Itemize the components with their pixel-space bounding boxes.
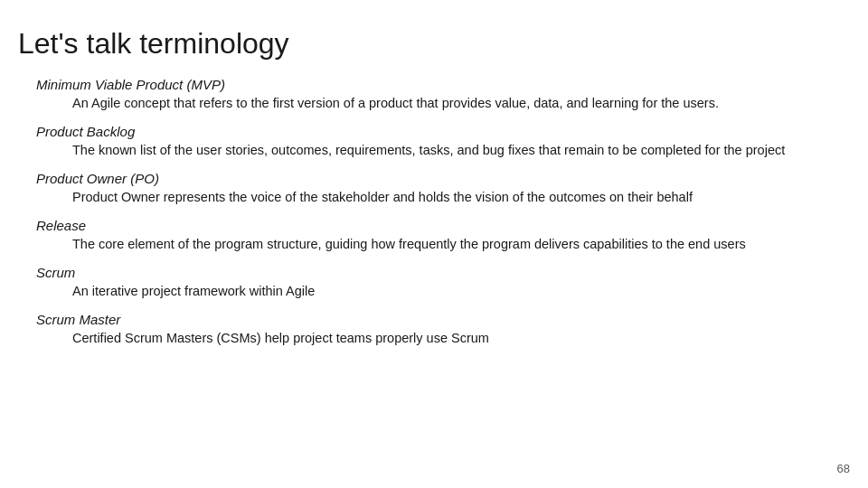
term-section-2: Product Owner (PO)Product Owner represen… [18, 171, 832, 207]
term-description-2: Product Owner represents the voice of th… [18, 188, 832, 207]
term-description-4: An iterative project framework within Ag… [18, 282, 832, 301]
term-description-3: The core element of the program structur… [18, 235, 832, 254]
term-section-4: ScrumAn iterative project framework with… [18, 265, 832, 301]
slide: Let's talk terminology Minimum Viable Pr… [0, 0, 868, 488]
term-name-3: Release [18, 218, 832, 233]
term-description-1: The known list of the user stories, outc… [18, 141, 832, 160]
page-number: 68 [837, 462, 850, 475]
term-section-1: Product BacklogThe known list of the use… [18, 124, 832, 160]
term-name-2: Product Owner (PO) [18, 171, 832, 186]
term-section-3: ReleaseThe core element of the program s… [18, 218, 832, 254]
terms-container: Minimum Viable Product (MVP)An Agile con… [18, 77, 832, 348]
slide-title: Let's talk terminology [18, 27, 832, 61]
term-description-5: Certified Scrum Masters (CSMs) help proj… [18, 329, 832, 348]
term-section-0: Minimum Viable Product (MVP)An Agile con… [18, 77, 832, 113]
term-section-5: Scrum MasterCertified Scrum Masters (CSM… [18, 312, 832, 348]
term-name-0: Minimum Viable Product (MVP) [18, 77, 832, 92]
term-name-4: Scrum [18, 265, 832, 280]
term-name-5: Scrum Master [18, 312, 832, 327]
term-description-0: An Agile concept that refers to the firs… [18, 94, 832, 113]
term-name-1: Product Backlog [18, 124, 832, 139]
